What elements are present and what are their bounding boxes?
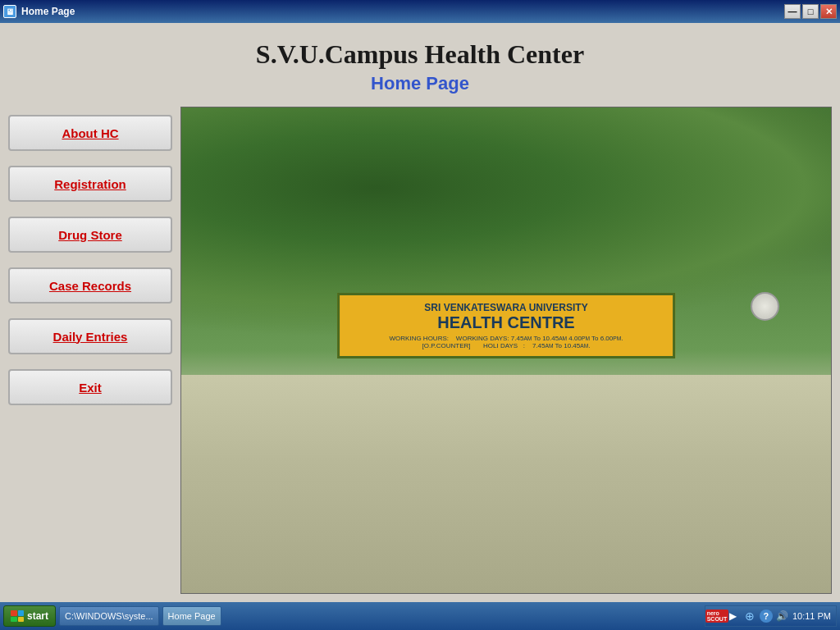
window-content: S.V.U.Campus Health Center Home Page Abo… bbox=[0, 23, 840, 602]
taskbar-item-windows-label: C:\WINDOWS\syste... bbox=[65, 611, 153, 621]
help-icon[interactable]: ? bbox=[760, 609, 773, 623]
taskbar-item-windows[interactable]: C:\WINDOWS\syste... bbox=[59, 606, 159, 626]
close-button[interactable]: ✕ bbox=[820, 4, 837, 19]
case-records-button[interactable]: Case Records bbox=[8, 267, 172, 304]
network-icon[interactable]: ⊕ bbox=[743, 609, 756, 623]
app-icon: 🖥 bbox=[3, 5, 16, 18]
minimize-button[interactable]: — bbox=[784, 4, 801, 19]
arrow-icon[interactable]: ▶ bbox=[727, 609, 740, 623]
main-area: About HC Registration Drug Store Case Re… bbox=[8, 107, 832, 594]
about-hc-button[interactable]: About HC bbox=[8, 115, 172, 151]
light-fixture bbox=[751, 292, 779, 321]
sign-line1: SRI VENKATESWARA UNIVERSITY bbox=[353, 302, 660, 313]
time-display: 10:11 PM bbox=[792, 611, 831, 621]
volume-icon[interactable]: 🔊 bbox=[776, 609, 789, 623]
health-center-image-area: SRI VENKATESWARA UNIVERSITY HEALTH CENTR… bbox=[180, 107, 832, 594]
health-center-photo: SRI VENKATESWARA UNIVERSITY HEALTH CENTR… bbox=[181, 107, 831, 593]
sign-board: SRI VENKATESWARA UNIVERSITY HEALTH CENTR… bbox=[337, 293, 675, 358]
sign-line2: HEALTH CENTRE bbox=[353, 313, 660, 331]
maximize-button[interactable]: □ bbox=[802, 4, 819, 19]
sidebar: About HC Registration Drug Store Case Re… bbox=[8, 107, 172, 594]
start-button[interactable]: start bbox=[3, 605, 56, 627]
nero-logo-icon: neroSCOUT bbox=[705, 609, 729, 623]
wall-background bbox=[181, 375, 831, 593]
registration-button[interactable]: Registration bbox=[8, 166, 172, 202]
start-label: start bbox=[27, 610, 48, 622]
system-tray: neroSCOUT ▶ ⊕ ? 🔊 10:11 PM bbox=[705, 605, 837, 627]
page-title: Home Page bbox=[8, 73, 832, 94]
window-controls: — □ ✕ bbox=[784, 4, 837, 19]
window-title: Home Page bbox=[21, 6, 75, 17]
windows-icon bbox=[11, 610, 24, 622]
taskbar: start C:\WINDOWS\syste... Home Page nero… bbox=[0, 602, 840, 630]
exit-button[interactable]: Exit bbox=[8, 369, 172, 405]
app-title: S.V.U.Campus Health Center bbox=[8, 39, 832, 70]
taskbar-item-homepage-label: Home Page bbox=[168, 611, 216, 621]
nero-icon: neroSCOUT bbox=[710, 609, 724, 623]
app-header: S.V.U.Campus Health Center Home Page bbox=[8, 31, 832, 98]
taskbar-item-homepage[interactable]: Home Page bbox=[162, 606, 221, 626]
sign-line3: WORKING HOURS: WORKING DAYS: 7.45AM To 1… bbox=[353, 335, 660, 349]
drug-store-button[interactable]: Drug Store bbox=[8, 217, 172, 253]
daily-entries-button[interactable]: Daily Entries bbox=[8, 318, 172, 354]
title-bar: 🖥 Home Page — □ ✕ bbox=[0, 0, 840, 23]
